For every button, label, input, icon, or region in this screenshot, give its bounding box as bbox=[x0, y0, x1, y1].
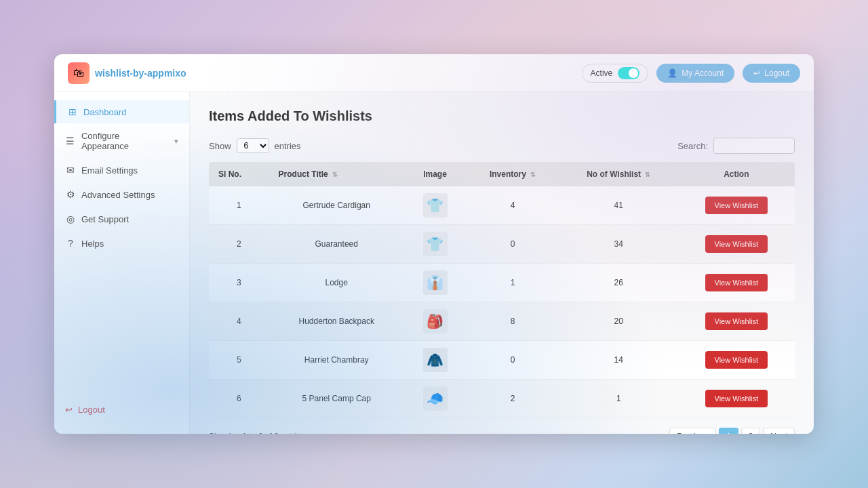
cell-title: 5 Panel Camp Cap bbox=[269, 380, 404, 418]
my-account-button[interactable]: 👤 My Account bbox=[656, 64, 734, 83]
view-wishlist-button[interactable]: View Wishlist bbox=[705, 274, 768, 291]
col-image: Image bbox=[404, 162, 466, 186]
view-wishlist-button[interactable]: View Wishlist bbox=[705, 312, 768, 330]
sidebar-item-configure-appearance[interactable]: ☰ Configure Appearance ▾ bbox=[54, 125, 189, 157]
col-product-title: Product Title ⇅ bbox=[269, 162, 404, 186]
table-row: 1 Gertrude Cardigan 👕 4 41 View Wishlist bbox=[209, 186, 795, 225]
page-title: Items Added To Wishlists bbox=[209, 108, 795, 124]
cell-image: 🎒 bbox=[404, 302, 466, 341]
sidebar-logout-label: Logout bbox=[78, 405, 105, 415]
entries-label: entries bbox=[275, 141, 301, 151]
product-image: 🧥 bbox=[423, 348, 448, 372]
cell-action: View Wishlist bbox=[678, 302, 795, 341]
sidebar: ⊞ Dashboard ☰ Configure Appearance ▾ ✉ E… bbox=[54, 92, 190, 434]
cell-wishlist-count: 34 bbox=[559, 225, 678, 264]
table-row: 6 5 Panel Camp Cap 🧢 2 1 View Wishlist bbox=[209, 380, 795, 418]
sidebar-item-email-settings[interactable]: ✉ Email Settings bbox=[54, 159, 189, 182]
page-2-button[interactable]: 2 bbox=[741, 428, 761, 434]
sidebar-item-configure-label: Configure Appearance bbox=[81, 131, 169, 151]
cell-title: Guaranteed bbox=[269, 225, 404, 264]
sidebar-item-get-support[interactable]: ◎ Get Support bbox=[54, 207, 189, 230]
cell-title: Lodge bbox=[269, 264, 404, 302]
view-wishlist-button[interactable]: View Wishlist bbox=[705, 390, 768, 407]
next-button[interactable]: Next bbox=[763, 428, 795, 434]
showing-text: Showing 1 to 6 of 6 entries bbox=[209, 432, 305, 434]
active-toggle[interactable]: Active bbox=[582, 64, 649, 83]
cell-action: View Wishlist bbox=[678, 186, 795, 225]
entries-select[interactable]: 6 10 25 bbox=[237, 138, 269, 153]
logout-top-icon: ↩ bbox=[753, 68, 760, 78]
top-bar-right: Active 👤 My Account ↩ Logout bbox=[582, 64, 800, 83]
content-area: Items Added To Wishlists Show 6 10 25 en… bbox=[190, 92, 814, 434]
view-wishlist-button[interactable]: View Wishlist bbox=[705, 197, 768, 214]
email-icon: ✉ bbox=[65, 165, 76, 176]
support-icon: ◎ bbox=[65, 214, 76, 224]
active-label: Active bbox=[591, 68, 613, 78]
toggle-switch[interactable] bbox=[618, 67, 639, 79]
product-image: 👕 bbox=[423, 232, 448, 256]
my-account-label: My Account bbox=[682, 68, 724, 78]
cell-sl: 4 bbox=[209, 302, 269, 341]
cell-inventory: 0 bbox=[466, 225, 559, 264]
table-row: 2 Guaranteed 👕 0 34 View Wishlist bbox=[209, 225, 795, 264]
sidebar-item-advanced-settings[interactable]: ⚙ Advanced Settings bbox=[54, 183, 189, 206]
cell-title: Gertrude Cardigan bbox=[269, 186, 404, 225]
table-row: 5 Harriet Chambray 🧥 0 14 View Wishlist bbox=[209, 341, 795, 380]
data-table: Sl No. Product Title ⇅ Image Inventory ⇅… bbox=[209, 162, 795, 418]
top-bar: wishlist-by-appmixo Active 👤 My Account … bbox=[54, 54, 814, 92]
cell-sl: 6 bbox=[209, 380, 269, 418]
cell-image: 🧥 bbox=[404, 341, 466, 380]
app-logo-icon bbox=[68, 62, 90, 84]
cell-sl: 2 bbox=[209, 225, 269, 264]
col-inventory: Inventory ⇅ bbox=[466, 162, 559, 186]
cell-action: View Wishlist bbox=[678, 264, 795, 302]
logout-top-label: Logout bbox=[764, 68, 789, 78]
search-label: Search: bbox=[677, 141, 708, 151]
table-footer: Showing 1 to 6 of 6 entries Previous 1 2… bbox=[209, 428, 795, 434]
cell-inventory: 2 bbox=[466, 380, 559, 418]
app-window: wishlist-by-appmixo Active 👤 My Account … bbox=[54, 54, 814, 434]
chevron-down-icon: ▾ bbox=[174, 137, 178, 146]
help-icon: ? bbox=[65, 238, 76, 249]
table-header: Sl No. Product Title ⇅ Image Inventory ⇅… bbox=[209, 162, 795, 186]
cell-wishlist-count: 1 bbox=[559, 380, 678, 418]
sidebar-item-dashboard[interactable]: ⊞ Dashboard bbox=[54, 100, 189, 123]
product-image: 👕 bbox=[423, 193, 448, 218]
table-controls: Show 6 10 25 entries Search: bbox=[209, 138, 795, 154]
main-area: ⊞ Dashboard ☰ Configure Appearance ▾ ✉ E… bbox=[54, 92, 814, 434]
configure-icon: ☰ bbox=[65, 136, 76, 146]
product-image: 🧢 bbox=[423, 386, 448, 411]
sidebar-item-advanced-label: Advanced Settings bbox=[81, 190, 155, 200]
cell-image: 🧢 bbox=[404, 380, 466, 418]
cell-inventory: 4 bbox=[466, 186, 559, 225]
show-label: Show bbox=[209, 141, 231, 151]
logout-top-button[interactable]: ↩ Logout bbox=[743, 64, 800, 83]
product-image: 👔 bbox=[423, 270, 448, 295]
search-input[interactable] bbox=[713, 138, 795, 154]
col-sl-no: Sl No. bbox=[209, 162, 269, 186]
cell-action: View Wishlist bbox=[678, 380, 795, 418]
sidebar-item-helps[interactable]: ? Helps bbox=[54, 232, 189, 255]
cell-image: 👔 bbox=[404, 264, 466, 302]
table-row: 3 Lodge 👔 1 26 View Wishlist bbox=[209, 264, 795, 302]
cell-title: Harriet Chambray bbox=[269, 341, 404, 380]
cell-title: Hudderton Backpack bbox=[269, 302, 404, 341]
previous-button[interactable]: Previous bbox=[669, 428, 716, 434]
page-1-button[interactable]: 1 bbox=[719, 428, 738, 434]
cell-image: 👕 bbox=[404, 225, 466, 264]
sidebar-bottom: ↩ Logout bbox=[54, 394, 189, 426]
settings-icon: ⚙ bbox=[65, 189, 76, 200]
logo-area: wishlist-by-appmixo bbox=[68, 62, 186, 84]
view-wishlist-button[interactable]: View Wishlist bbox=[705, 235, 768, 253]
col-no-of-wishlist: No of Wishlist ⇅ bbox=[559, 162, 678, 186]
cell-inventory: 1 bbox=[466, 264, 559, 302]
view-wishlist-button[interactable]: View Wishlist bbox=[705, 351, 768, 369]
cell-wishlist-count: 14 bbox=[559, 341, 678, 380]
sidebar-item-email-label: Email Settings bbox=[81, 165, 138, 176]
search-area: Search: bbox=[677, 138, 795, 154]
sidebar-nav: ⊞ Dashboard ☰ Configure Appearance ▾ ✉ E… bbox=[54, 100, 189, 255]
pagination: Previous 1 2 Next bbox=[669, 428, 795, 434]
sidebar-logout-button[interactable]: ↩ Logout bbox=[65, 402, 178, 418]
sidebar-item-dashboard-label: Dashboard bbox=[83, 107, 127, 117]
cell-action: View Wishlist bbox=[678, 341, 795, 380]
